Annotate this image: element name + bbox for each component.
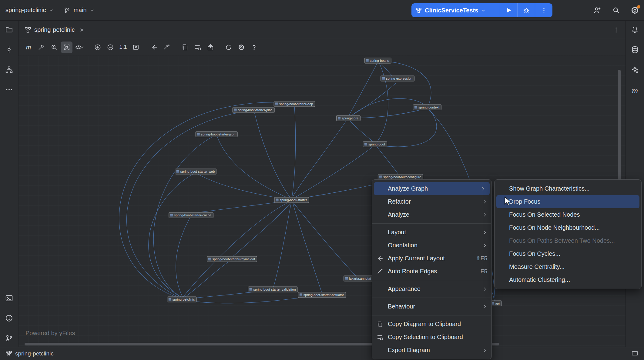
copy-icon (377, 321, 383, 328)
diagram-node[interactable]: spring-boot-starter (274, 197, 309, 203)
fit-content-button[interactable] (61, 42, 72, 53)
run-config-selector[interactable]: ClinicServiceTests (411, 3, 500, 17)
tab-spring-petclinic[interactable]: spring-petclinic (25, 26, 84, 33)
project-toolwindow-icon[interactable] (5, 26, 13, 34)
module-icon (300, 294, 302, 296)
diagram-node[interactable]: spring-boot-starter-thymeleaf (207, 256, 257, 262)
menu-item-behaviour[interactable]: Behaviour (372, 300, 491, 313)
menu-separator (372, 315, 491, 315)
version-control-toolwindow-icon[interactable] (5, 334, 13, 342)
zoom-out-button[interactable] (105, 42, 116, 53)
menu-item-focus-on-cycles[interactable]: Focus On Cycles... (495, 247, 641, 260)
menu-item-drop-focus[interactable]: Drop Focus (496, 195, 639, 208)
diagram-node[interactable]: spring-expression (381, 76, 414, 82)
diagram-node[interactable]: spring-boot-starter-json (196, 132, 238, 137)
statusbar-label: spring-petclinic (15, 350, 54, 357)
diagram-node[interactable]: spring-boot-starter-cache (169, 212, 213, 218)
diagram-node[interactable]: spring-core (336, 115, 361, 121)
project-selector[interactable]: spring-petclinic (5, 7, 53, 14)
maven-scope-button[interactable]: m (23, 42, 34, 53)
run-widget: ClinicServiceTests (411, 3, 552, 17)
screen-lock-icon[interactable] (631, 350, 639, 357)
more-run-options-button[interactable] (535, 3, 552, 17)
diagram-node[interactable]: spring-beans (364, 58, 391, 64)
actual-size-button[interactable] (130, 42, 142, 53)
terminal-toolwindow-icon[interactable] (5, 294, 13, 302)
menu-item-focus-on-node-neighbourhood[interactable]: Focus On Node Neighbourhood... (495, 221, 641, 234)
menu-item-analyze-graph[interactable]: Analyze Graph (374, 182, 490, 195)
vertical-scrollbar[interactable] (618, 70, 621, 189)
diagram-node[interactable]: spring-boot-starter-web (175, 169, 217, 175)
diagram-settings-button[interactable] (236, 42, 247, 53)
notifications-icon[interactable] (631, 26, 639, 34)
menu-item-measure-centrality[interactable]: Measure Centrality... (495, 260, 641, 273)
menu-item-export-diagram[interactable]: Export Diagram (372, 344, 491, 357)
menu-item-copy-diagram-to-clipboard[interactable]: Copy Diagram to Clipboard (372, 318, 491, 331)
diagram-node[interactable]: spring-boot-starter-validation (248, 287, 298, 292)
help-button[interactable] (248, 42, 260, 53)
problems-toolwindow-icon[interactable] (5, 314, 13, 322)
add-user-icon[interactable] (593, 6, 602, 15)
more-toolwindows-icon[interactable] (5, 86, 13, 94)
database-toolwindow-icon[interactable] (631, 46, 639, 54)
diagram-node[interactable]: spring-boot-autoconfigure (378, 174, 423, 180)
zoom-level-label: 1:1 (119, 44, 127, 50)
diagram-node[interactable]: jakarta.annotat (344, 276, 373, 282)
diagram-node[interactable]: spring-boot-starter-aop (274, 101, 315, 107)
yfiles-watermark: Powered by yFiles (25, 330, 75, 337)
commit-toolwindow-icon[interactable] (5, 46, 13, 54)
close-tab-icon[interactable] (79, 28, 84, 32)
menu-item-orientation[interactable]: Orientation (372, 239, 491, 252)
diagram-node[interactable]: spring-petclinic (167, 297, 197, 302)
zoom-select-button[interactable] (48, 42, 60, 53)
debug-button[interactable] (517, 3, 535, 17)
context-menu: Analyze Graph Refactor Analyze Layout Or… (372, 179, 492, 359)
visibility-button[interactable] (74, 42, 85, 53)
menu-item-copy-selection-to-clipboard[interactable]: Copy Selection to Clipboard (372, 331, 491, 344)
menu-item-focus-on-selected-nodes[interactable]: Focus On Selected Nodes (495, 208, 641, 221)
menu-item-analyze[interactable]: Analyze (372, 208, 491, 221)
maven-toolwindow-icon[interactable]: m (632, 86, 638, 95)
settings-icon[interactable] (631, 6, 639, 15)
node-label: spring-boot-starter-thymeleaf (212, 258, 255, 261)
node-label: spring-expression (386, 77, 412, 80)
module-icon (249, 288, 252, 291)
run-config-icon (416, 7, 422, 13)
module-icon (414, 106, 417, 109)
run-button[interactable] (500, 3, 517, 17)
diagram-toolbar: m 1:1 (18, 39, 626, 55)
menu-item-auto-route-edges[interactable]: Auto Route Edges F5 (372, 265, 491, 278)
ai-assistant-icon[interactable] (631, 66, 639, 74)
diagram-node[interactable]: spring-context (413, 105, 441, 110)
diagram-node[interactable]: spring-boot (363, 142, 387, 147)
menu-item-appearance[interactable]: Appearance (372, 282, 491, 295)
pin-tool-button[interactable] (35, 42, 47, 53)
menu-item-automatic-clustering[interactable]: Automatic Clustering... (495, 273, 641, 286)
search-icon[interactable] (612, 6, 620, 15)
menu-item-apply-current-layout[interactable]: Apply Current Layout ⇧F5 (372, 252, 491, 265)
node-label: spring-boot-starter-validation (253, 288, 296, 291)
maven-icon: m (26, 43, 31, 51)
branch-selector[interactable]: main (64, 7, 94, 14)
structure-toolwindow-icon[interactable] (5, 66, 13, 74)
route-edges-button[interactable] (161, 42, 173, 53)
export-diagram-button[interactable] (205, 42, 216, 53)
menu-item-refactor[interactable]: Refactor (372, 195, 491, 208)
menu-item-layout[interactable]: Layout (372, 226, 491, 239)
menu-separator (372, 280, 491, 280)
tab-options-icon[interactable] (613, 27, 619, 33)
copy-selection-button[interactable] (192, 42, 203, 53)
zoom-in-button[interactable] (92, 42, 103, 53)
diagram-node[interactable]: spring-boot-starter-actuator (298, 292, 346, 298)
copy-diagram-button[interactable] (179, 42, 191, 53)
chevron-down-icon (481, 8, 486, 13)
diagram-node[interactable]: spring-boot-starter-jdbc (233, 107, 275, 113)
refresh-layout-button[interactable] (223, 42, 234, 53)
titlebar: spring-petclinic main ClinicServiceTests (0, 0, 644, 21)
module-icon (176, 170, 179, 173)
menu-item-show-graph-characteristics[interactable]: Show Graph Characteristics... (495, 182, 641, 195)
chevron-right-icon (481, 186, 485, 191)
apply-layout-button[interactable] (148, 42, 160, 53)
node-label: spring-boot-starter-json (201, 133, 236, 136)
zoom-reset-button[interactable]: 1:1 (117, 42, 129, 53)
